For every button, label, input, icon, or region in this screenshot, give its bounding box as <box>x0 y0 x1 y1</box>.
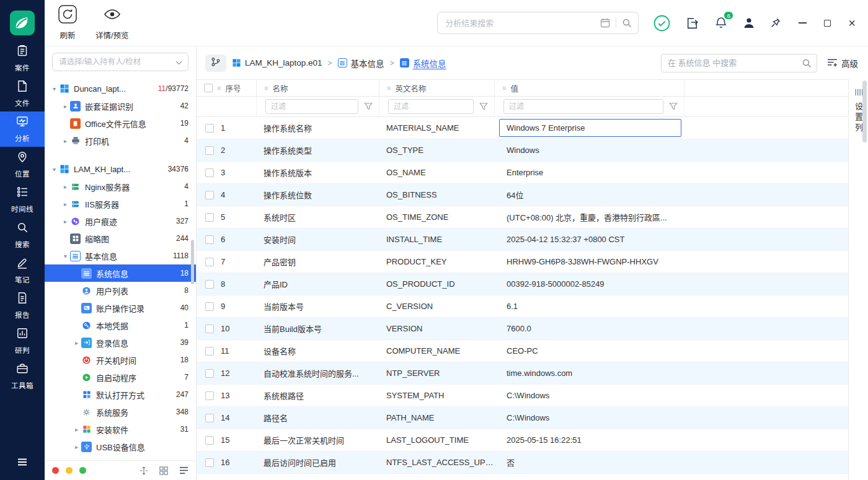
tree-scrollbar-thumb[interactable] <box>191 240 194 284</box>
branch-button[interactable] <box>205 55 226 72</box>
header-name[interactable]: 名称 <box>256 80 379 96</box>
chevron-down-icon[interactable] <box>175 56 182 68</box>
column-bars-icon[interactable] <box>854 88 863 97</box>
red-status-dot[interactable] <box>52 467 59 474</box>
sidebar-item-judgment[interactable]: 研判 <box>0 323 45 359</box>
row-checkbox[interactable] <box>205 391 214 400</box>
tree-item[interactable]: 账户操作记录 40 <box>45 299 196 316</box>
chevron-down-icon[interactable] <box>61 253 70 260</box>
sidebar-item-timeline[interactable]: 时间线 <box>0 182 45 217</box>
refresh-button[interactable]: 刷新 <box>58 5 77 41</box>
table-row[interactable]: 12 自动校准系统时间的服务... NTP_SERVER time.window… <box>197 362 848 385</box>
row-checkbox[interactable] <box>205 191 214 199</box>
tree-item[interactable]: 缩略图 244 <box>45 230 196 247</box>
table-scrollbar-thumb[interactable] <box>862 81 867 142</box>
chevron-right-icon[interactable] <box>61 201 70 207</box>
chevron-right-icon[interactable] <box>61 183 70 190</box>
chevron-down-icon[interactable] <box>50 85 59 92</box>
table-row[interactable]: 9 当前版本号 C_VERSION 6.1 <box>197 295 848 318</box>
header-value[interactable]: 值 <box>494 80 684 96</box>
menu-button[interactable] <box>0 447 45 480</box>
sidebar-item-case[interactable]: 案件 <box>0 41 45 76</box>
tree-item[interactable]: Nginx服务器 4 <box>45 178 196 195</box>
tree-item[interactable]: 系统服务 348 <box>45 403 196 421</box>
tree-item[interactable]: 默认打开方式 247 <box>45 386 196 403</box>
yellow-status-dot[interactable] <box>66 467 73 474</box>
value-filter-input[interactable] <box>503 99 663 114</box>
list-view-icon[interactable] <box>179 466 188 475</box>
name-filter-input[interactable] <box>265 99 358 114</box>
chevron-down-icon[interactable] <box>50 166 59 173</box>
header-en-name[interactable]: 英文名称 <box>379 80 494 96</box>
tree-item[interactable]: 嵌套证据识别 42 <box>45 97 196 115</box>
row-checkbox[interactable] <box>205 325 214 333</box>
chevron-right-icon[interactable] <box>72 426 81 433</box>
calendar-icon[interactable] <box>600 18 610 28</box>
funnel-icon[interactable] <box>479 102 488 111</box>
row-checkbox[interactable] <box>205 146 214 155</box>
table-row[interactable]: 3 操作系统版本 OS_NAME Enterprise <box>197 162 848 184</box>
grid-view-icon[interactable] <box>159 466 168 475</box>
table-search-input[interactable] <box>668 58 798 68</box>
pin-icon[interactable] <box>770 17 781 28</box>
row-checkbox[interactable] <box>205 302 214 311</box>
tree-item[interactable]: 用户列表 8 <box>45 282 196 299</box>
selected-value-cell[interactable]: Windows 7 Enterprise <box>499 119 681 137</box>
table-row[interactable]: 10 当前Build版本号 VERSION 7600.0 <box>197 318 848 340</box>
chevron-right-icon[interactable] <box>61 137 70 144</box>
row-checkbox[interactable] <box>205 280 214 289</box>
close-button[interactable]: × <box>848 17 856 29</box>
en-filter-input[interactable] <box>388 99 474 114</box>
tree-item-system-info-selected[interactable]: 系统信息 18 <box>45 264 196 282</box>
tree-item[interactable]: USB设备信息 <box>45 438 196 455</box>
breadcrumb-root[interactable]: LAM_KH_laptop.e01 <box>232 58 322 68</box>
table-row[interactable]: 13 系统根路径 SYSTEM_PATH C:\Windows <box>197 385 848 407</box>
tree-item[interactable]: 本地凭据 1 <box>45 316 196 334</box>
tree-item-device[interactable]: LAM_KH_lapt... 34376 <box>45 160 196 178</box>
table-row[interactable]: 5 系统时区 OS_TIME_ZONE (UTC+08:00) 北京，重慶，香港… <box>197 206 848 229</box>
table-row[interactable]: 14 路径名 PATH_NAME C:\Windows <box>197 407 848 429</box>
sidebar-item-location[interactable]: 位置 <box>0 147 45 182</box>
tree-item[interactable]: IIS服务器 1 <box>45 195 196 212</box>
table-row[interactable]: 16 最后访问时间已启用 NTFS_LAST_ACCESS_UPDA... 否 <box>197 452 848 474</box>
user-icon[interactable] <box>743 17 755 29</box>
chevron-right-icon[interactable] <box>61 218 70 225</box>
funnel-icon[interactable] <box>669 102 678 111</box>
table-row[interactable]: 8 产品ID OS_PRODUCT_ID 00392-918-5000002-8… <box>197 273 848 295</box>
tree-item[interactable]: 开关机时间 18 <box>45 351 196 369</box>
maximize-button[interactable] <box>824 20 831 27</box>
chevron-right-icon[interactable] <box>72 443 81 450</box>
row-checkbox[interactable] <box>205 168 214 177</box>
tree-item[interactable]: 自启动程序 7 <box>45 369 196 386</box>
row-checkbox[interactable] <box>205 347 214 356</box>
tree-item[interactable]: 用户痕迹 327 <box>45 212 196 230</box>
table-row[interactable]: 2 操作系统类型 OS_TYPE Windows <box>197 139 848 162</box>
row-checkbox[interactable] <box>205 369 214 378</box>
chevron-right-icon[interactable] <box>61 103 70 110</box>
row-checkbox[interactable] <box>205 213 214 222</box>
table-row[interactable]: 15 最后一次正常关机时间 LAST_LOGOUT_TIME 2025-05-1… <box>197 429 848 452</box>
minimize-button[interactable] <box>799 22 807 24</box>
table-scrollbar[interactable] <box>862 81 867 478</box>
sidebar-item-report[interactable]: 报告 <box>0 288 45 323</box>
notifications-bell-icon[interactable]: 6 <box>714 16 728 30</box>
preview-button[interactable]: 详情/预览 <box>95 5 128 41</box>
advanced-search-button[interactable]: 高级 <box>827 57 858 69</box>
row-checkbox[interactable] <box>205 235 214 244</box>
tree-item-device[interactable]: Duncan_lapt... 11/93772 <box>45 80 196 97</box>
global-search-input[interactable] <box>445 19 595 28</box>
search-icon[interactable] <box>802 58 812 68</box>
chevron-right-icon[interactable] <box>72 339 81 346</box>
tree-item-basic-info[interactable]: 基本信息 1118 <box>45 247 196 264</box>
row-checkbox[interactable] <box>205 124 214 133</box>
tree-item[interactable]: 登录信息 39 <box>45 334 196 351</box>
tree-search-input[interactable] <box>59 58 172 66</box>
row-checkbox[interactable] <box>205 414 214 422</box>
search-submit-icon[interactable] <box>622 18 632 28</box>
green-status-dot[interactable] <box>79 467 86 474</box>
tree-item[interactable]: 安装软件 31 <box>45 421 196 438</box>
select-all-checkbox[interactable] <box>204 84 213 92</box>
sidebar-item-toolbox[interactable]: 工具箱 <box>0 359 45 394</box>
breadcrumb-basic-info[interactable]: 基本信息 <box>338 57 384 69</box>
export-icon[interactable] <box>685 16 699 30</box>
